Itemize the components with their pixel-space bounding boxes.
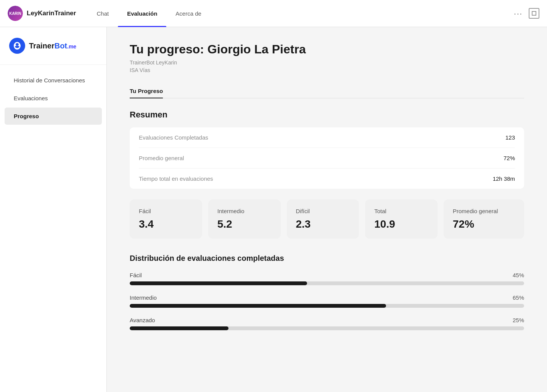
sidebar: TrainerBot.me Historial de Conversacione… [0, 27, 107, 392]
score-card-facil: Fácil 3.4 [130, 199, 202, 239]
stat-label-promedio: Promedio general [139, 155, 184, 161]
score-label-dificil: Difícil [296, 208, 350, 214]
dist-pct-intermedio: 65% [513, 294, 524, 301]
stat-value-tiempo: 12h 38m [493, 175, 515, 182]
dist-header-avanzado: Avanzado 25% [130, 317, 524, 323]
score-value-dificil: 2.3 [296, 218, 350, 230]
score-card-dificil: Difícil 2.3 [287, 199, 359, 239]
distribution-section: Distribución de evaluaciones completadas… [130, 254, 524, 330]
trainerbot-logo-icon [9, 38, 25, 54]
score-value-facil: 3.4 [139, 218, 193, 230]
stat-row-tiempo: Tiempo total en evaluaciones 12h 38m [139, 169, 515, 189]
rocket-icon [13, 41, 22, 50]
dist-header-facil: Fácil 45% [130, 272, 524, 278]
dist-row-facil: Fácil 45% [130, 272, 524, 285]
dist-label-avanzado: Avanzado [130, 317, 155, 323]
dist-label-intermedio: Intermedio [130, 294, 157, 301]
dist-pct-facil: 45% [513, 272, 524, 278]
stat-value-promedio: 72% [504, 155, 515, 161]
progress-bg-facil [130, 281, 524, 285]
score-label-facil: Fácil [139, 208, 193, 214]
sidebar-item-historial[interactable]: Historial de Conversaciones [5, 72, 102, 89]
score-card-intermedio: Intermedio 5.2 [208, 199, 281, 239]
subtitle-trainerbot: TrainerBot LeyKarin [130, 59, 524, 66]
nav-app-name: LeyKarinTrainer [27, 10, 76, 17]
logo-bold: Trainer [29, 42, 55, 50]
expand-button[interactable] [529, 8, 539, 19]
sidebar-nav: Historial de Conversaciones Evaluaciones… [0, 65, 106, 132]
score-card-promedio-general: Promedio general 72% [444, 199, 524, 239]
section-tab-tu-progreso[interactable]: Tu Progreso [130, 84, 163, 98]
progress-bg-intermedio [130, 304, 524, 308]
dist-row-intermedio: Intermedio 65% [130, 294, 524, 308]
stat-label-evaluaciones: Evaluaciones Completadas [139, 134, 208, 141]
stat-value-evaluaciones: 123 [505, 134, 515, 141]
score-label-promedio-general: Promedio general [453, 208, 515, 214]
app-logo-icon: KARIN [8, 6, 23, 21]
score-value-intermedio: 5.2 [217, 218, 272, 230]
sidebar-logo: TrainerBot.me [0, 38, 106, 65]
distribution-heading: Distribución de evaluaciones completadas [130, 254, 524, 263]
app-body: TrainerBot.me Historial de Conversacione… [0, 27, 547, 392]
score-label-intermedio: Intermedio [217, 208, 272, 214]
stat-row-evaluaciones: Evaluaciones Completadas 123 [139, 127, 515, 148]
section-tabs: Tu Progreso [130, 84, 524, 98]
progress-fill-facil [130, 281, 307, 285]
nav-tabs: Chat Evaluación Acerca de [87, 0, 514, 27]
stat-label-tiempo: Tiempo total en evaluaciones [139, 175, 213, 182]
progress-fill-intermedio [130, 304, 386, 308]
sidebar-logo-text: TrainerBot.me [29, 42, 76, 50]
score-cards: Fácil 3.4 Intermedio 5.2 Difícil 2.3 Tot… [130, 199, 524, 239]
score-label-total: Total [374, 208, 428, 214]
nav-right: ··· [514, 8, 539, 19]
score-value-total: 10.9 [374, 218, 428, 230]
logo-karin-text: KARIN [9, 11, 21, 16]
nav-logo-area: KARIN LeyKarinTrainer [8, 6, 76, 21]
tab-acerca[interactable]: Acerca de [166, 0, 211, 27]
more-options-button[interactable]: ··· [514, 9, 523, 18]
sidebar-item-evaluaciones[interactable]: Evaluaciones [5, 90, 102, 107]
main-content: Tu progreso: Giorgio La Pietra TrainerBo… [107, 27, 547, 392]
progress-fill-avanzado [130, 326, 228, 330]
sidebar-item-progreso[interactable]: Progreso [5, 108, 102, 125]
score-value-promedio-general: 72% [453, 218, 515, 230]
dist-row-avanzado: Avanzado 25% [130, 317, 524, 330]
expand-icon [532, 11, 536, 16]
resumen-heading: Resumen [130, 110, 524, 120]
subtitle-isa: ISA Vías [130, 67, 524, 73]
page-title: Tu progreso: Giorgio La Pietra [130, 42, 524, 56]
score-card-total: Total 10.9 [365, 199, 438, 239]
logo-dot-me: .me [67, 43, 76, 50]
tab-evaluacion[interactable]: Evaluación [118, 0, 166, 27]
tab-chat[interactable]: Chat [87, 0, 118, 27]
stat-row-promedio: Promedio general 72% [139, 148, 515, 169]
dist-label-facil: Fácil [130, 272, 142, 278]
top-nav: KARIN LeyKarinTrainer Chat Evaluación Ac… [0, 0, 547, 27]
progress-bg-avanzado [130, 326, 524, 330]
stats-list: Evaluaciones Completadas 123 Promedio ge… [130, 127, 524, 189]
dist-pct-avanzado: 25% [513, 317, 524, 323]
logo-bot: Bot [55, 42, 67, 50]
dist-header-intermedio: Intermedio 65% [130, 294, 524, 301]
